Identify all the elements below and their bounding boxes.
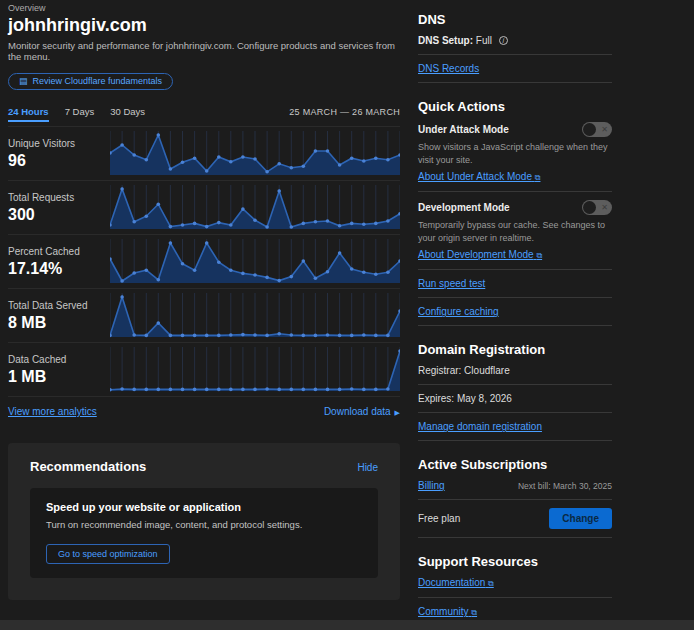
book-icon <box>19 76 28 86</box>
sparkline-percent-cached <box>110 239 400 285</box>
metric-label: Unique Visitors <box>8 138 110 149</box>
metric-info: Total Requests 300 <box>8 192 110 224</box>
metric-value: 1 MB <box>8 368 110 386</box>
quick-actions-heading: Quick Actions <box>418 99 612 114</box>
support-resources-section: Support Resources Documentation Communit… <box>418 554 612 627</box>
dns-heading: DNS <box>418 12 612 27</box>
sparkline-unique-visitors <box>110 131 400 177</box>
toggle-knob <box>583 201 596 214</box>
active-subscriptions-heading: Active Subscriptions <box>418 457 612 472</box>
metric-label: Percent Cached <box>8 246 110 257</box>
under-attack-mode-toggle[interactable] <box>582 122 612 137</box>
info-icon[interactable] <box>499 36 508 45</box>
recommendations-header: Recommendations Hide <box>8 457 400 488</box>
download-data-link[interactable]: Download data <box>324 406 400 417</box>
billing-link[interactable]: Billing <box>418 480 445 491</box>
quick-actions-section: Quick Actions Under Attack Mode Show vis… <box>418 99 612 326</box>
external-link-icon <box>535 171 541 182</box>
documentation-link[interactable]: Documentation <box>418 577 494 588</box>
breadcrumb-overview: Overview <box>8 0 400 13</box>
time-range-tabs: 24 Hours 7 Days 30 Days 25 MARCH — 26 MA… <box>8 106 400 126</box>
sparkline-data-cached <box>110 347 400 393</box>
documentation-label: Documentation <box>418 577 485 588</box>
metric-info: Unique Visitors 96 <box>8 138 110 170</box>
domain-registration-heading: Domain Registration <box>418 342 612 357</box>
run-speed-test-row: Run speed test <box>418 270 612 298</box>
community-link[interactable]: Community <box>418 606 477 617</box>
metric-value: 8 MB <box>8 314 110 332</box>
metric-info: Total Data Served 8 MB <box>8 300 110 332</box>
metric-label: Total Requests <box>8 192 110 203</box>
about-under-attack-mode-label: About Under Attack Mode <box>418 171 532 182</box>
metric-info: Percent Cached 17.14% <box>8 246 110 278</box>
next-bill-label: Next bill: March 30, 2025 <box>518 481 612 491</box>
speed-up-title: Speed up your website or application <box>46 501 362 513</box>
about-development-mode-label: About Development Mode <box>418 249 534 260</box>
speed-up-description: Turn on recommended image, content, and … <box>46 519 362 530</box>
external-link-icon <box>471 606 477 617</box>
change-plan-button[interactable]: Change <box>549 508 612 529</box>
configure-caching-row: Configure caching <box>418 298 612 326</box>
metric-row-total-data-served: Total Data Served 8 MB <box>8 288 400 342</box>
toggle-off-x-icon <box>601 200 608 215</box>
metric-info: Data Cached 1 MB <box>8 354 110 386</box>
documentation-row: Documentation <box>418 569 612 598</box>
registrar-row: Registrar: Cloudflare <box>418 357 612 385</box>
dns-setup-row: DNS Setup: Full <box>418 27 612 55</box>
speed-up-card: Speed up your website or application Tur… <box>30 488 378 578</box>
external-link-icon <box>536 249 542 260</box>
under-attack-mode-title: Under Attack Mode <box>418 124 509 135</box>
registrar-value: Registrar: Cloudflare <box>418 365 510 376</box>
recommendations-title: Recommendations <box>30 459 146 474</box>
domain-registration-section: Domain Registration Registrar: Cloudflar… <box>418 342 612 441</box>
community-label: Community <box>418 606 469 617</box>
dns-setup-label: DNS Setup: <box>418 35 473 46</box>
recommendations-card: Recommendations Hide Speed up your websi… <box>8 443 400 600</box>
manage-domain-registration-link[interactable]: Manage domain registration <box>418 421 542 432</box>
dns-setup-value: Full <box>476 35 492 46</box>
dns-section: DNS DNS Setup: Full DNS Records <box>418 12 612 83</box>
metric-row-unique-visitors: Unique Visitors 96 <box>8 126 400 180</box>
metric-label: Data Cached <box>8 354 110 365</box>
development-mode-description: Temporarily bypass our cache. See change… <box>418 219 612 244</box>
review-fundamentals-button[interactable]: Review Cloudflare fundamentals <box>8 73 173 90</box>
bottom-scrollbar-strip[interactable] <box>0 620 694 630</box>
tab-24-hours[interactable]: 24 Hours <box>8 106 49 122</box>
external-link-icon <box>488 577 494 588</box>
metric-row-data-cached: Data Cached 1 MB <box>8 342 400 396</box>
under-attack-mode-row: Under Attack Mode Show visitors a JavaSc… <box>418 114 612 192</box>
main-column: Overview johnhringiv.com Monitor securit… <box>8 0 400 600</box>
tab-7-days[interactable]: 7 Days <box>65 106 95 120</box>
configure-caching-link[interactable]: Configure caching <box>418 306 499 317</box>
review-fundamentals-label: Review Cloudflare fundamentals <box>33 76 163 86</box>
run-speed-test-link[interactable]: Run speed test <box>418 278 485 289</box>
metric-row-total-requests: Total Requests 300 <box>8 180 400 234</box>
page-title: johnhringiv.com <box>8 15 400 36</box>
sparkline-total-data-served <box>110 293 400 339</box>
analytics-links-row: View more analytics Download data <box>8 396 400 426</box>
view-more-analytics-link[interactable]: View more analytics <box>8 406 97 417</box>
plan-name: Free plan <box>418 513 460 524</box>
metric-value: 17.14% <box>8 260 110 278</box>
development-mode-toggle[interactable] <box>582 200 612 215</box>
play-arrow-icon <box>395 406 400 417</box>
page-subtitle: Monitor security and performance for joh… <box>8 40 400 62</box>
right-sidebar: DNS DNS Setup: Full DNS Records Quick Ac… <box>418 0 612 630</box>
metric-value: 96 <box>8 152 110 170</box>
about-under-attack-mode-link[interactable]: About Under Attack Mode <box>418 171 540 182</box>
hide-recommendations-link[interactable]: Hide <box>357 462 378 473</box>
toggle-knob <box>583 123 596 136</box>
support-resources-heading: Support Resources <box>418 554 612 569</box>
about-development-mode-link[interactable]: About Development Mode <box>418 249 542 260</box>
go-to-speed-optimization-button[interactable]: Go to speed optimization <box>46 544 170 564</box>
tab-30-days[interactable]: 30 Days <box>110 106 145 120</box>
active-subscriptions-section: Active Subscriptions Billing Next bill: … <box>418 457 612 538</box>
toggle-off-x-icon <box>601 122 608 137</box>
manage-domain-row: Manage domain registration <box>418 413 612 441</box>
metric-label: Total Data Served <box>8 300 110 311</box>
dns-records-link[interactable]: DNS Records <box>418 63 479 74</box>
expires-row: Expires: May 8, 2026 <box>418 385 612 413</box>
expires-value: Expires: May 8, 2026 <box>418 393 512 404</box>
plan-row: Free plan Change <box>418 500 612 538</box>
download-data-label: Download data <box>324 406 391 417</box>
